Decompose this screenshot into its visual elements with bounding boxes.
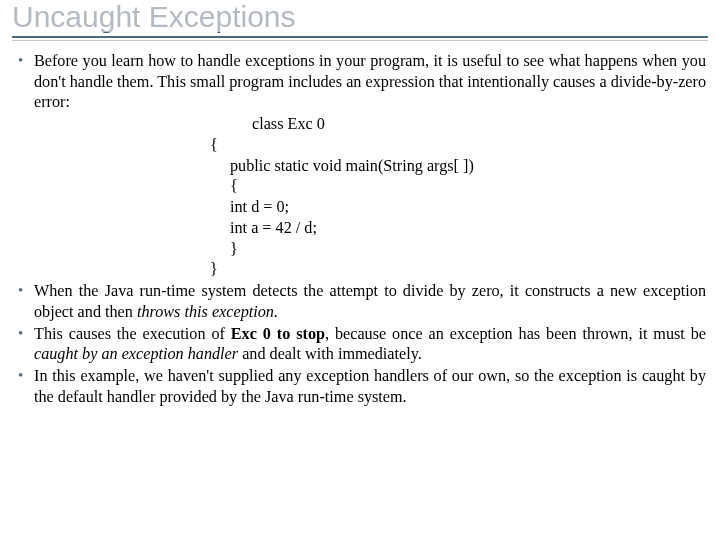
list-item: In this example, we haven't supplied any…: [14, 366, 706, 407]
bullet-text: In this example, we haven't supplied any…: [34, 367, 706, 406]
title-underline: [12, 36, 708, 38]
code-line: }: [34, 239, 706, 260]
code-line: {: [34, 176, 706, 197]
code-block: class Exc 0 { public static void main(St…: [34, 114, 706, 280]
bullet-text-post: and dealt with immediately.: [238, 345, 422, 363]
bullet-text-pre: This causes the execution of: [34, 325, 231, 343]
list-item: When the Java run-time system detects th…: [14, 281, 706, 322]
bullet-text-mid: , because once an exception has been thr…: [325, 325, 706, 343]
bullet-text-italic: throws this exception.: [137, 303, 278, 321]
bullet-text: Before you learn how to handle exception…: [34, 52, 706, 111]
slide-content: Before you learn how to handle exception…: [0, 51, 720, 407]
code-line: int d = 0;: [34, 197, 706, 218]
title-subline: [12, 40, 708, 41]
bullet-text-italic: caught by an exception handler: [34, 345, 238, 363]
bullet-text-bold: Exc 0 to stop: [231, 325, 325, 343]
code-line: {: [34, 135, 706, 156]
code-line: }: [34, 259, 706, 280]
bullet-text-pre: When the Java run-time system detects th…: [34, 282, 706, 321]
code-line: int a = 42 / d;: [34, 218, 706, 239]
code-line: public static void main(String args[ ]): [34, 156, 706, 177]
list-item: This causes the execution of Exc 0 to st…: [14, 324, 706, 365]
list-item: Before you learn how to handle exception…: [14, 51, 706, 280]
title-bar: [0, 36, 720, 41]
bullet-list: Before you learn how to handle exception…: [14, 51, 706, 407]
fade-overlay: [0, 0, 720, 32]
code-line: class Exc 0: [34, 114, 706, 135]
